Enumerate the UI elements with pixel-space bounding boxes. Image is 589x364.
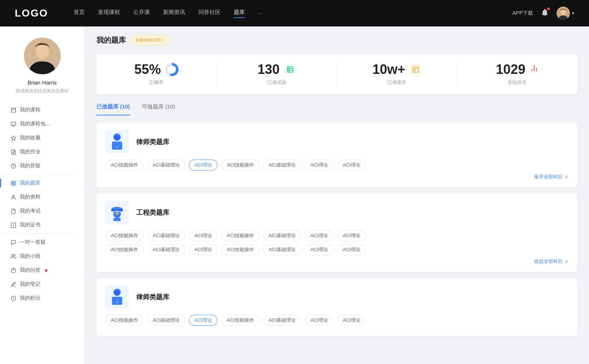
favorites-icon xyxy=(10,135,16,141)
stat-done-questions: 130 已做试题 xyxy=(217,63,337,86)
svg-rect-7 xyxy=(11,122,16,125)
tag-item[interactable]: ACI理论 xyxy=(305,160,334,171)
tag-item-active[interactable]: ACI理论 xyxy=(189,315,218,326)
nav-opencourse[interactable]: 公开课 xyxy=(133,9,150,18)
tag-item[interactable]: ACI理论 xyxy=(305,230,334,241)
bank-icon xyxy=(10,180,16,186)
sidebar-item-bank[interactable]: 我的题库 xyxy=(0,176,84,190)
bank-card-lawyer-2: ✓ 律师类题库 ACI技能操作 ACI基础理论 ACI理论 ACI技能操作 AC… xyxy=(96,278,577,336)
notification-dot xyxy=(547,7,550,10)
qa-label: 我的答疑 xyxy=(20,163,40,169)
sidebar-item-questions[interactable]: 我的问答 xyxy=(0,263,84,277)
nav-discover[interactable]: 发现课程 xyxy=(98,9,120,18)
tag-item[interactable]: ACI技能操作 xyxy=(221,160,260,171)
engineer-icon xyxy=(105,201,129,224)
bank-card-engineer-title-wrap: 工程类题库 xyxy=(136,208,169,217)
sidebar-item-exams[interactable]: 我的考试 xyxy=(0,204,84,218)
tag-item[interactable]: ACI基础理论 xyxy=(147,244,186,255)
tag-item[interactable]: ACI理论 xyxy=(189,230,218,241)
done-questions-icon xyxy=(284,64,296,75)
sidebar-item-packages[interactable]: 我的课程包... xyxy=(0,117,84,131)
lawyer-2-icon: ✓ xyxy=(105,285,129,309)
accuracy-donut-icon xyxy=(165,63,179,76)
groups-icon xyxy=(10,253,16,259)
sidebar-item-notes[interactable]: 我的笔记 xyxy=(0,277,84,291)
tag-item[interactable]: ACI基础理论 xyxy=(263,315,301,326)
sidebar-item-favorites[interactable]: 我的收藏 xyxy=(0,131,84,145)
homework-icon xyxy=(10,149,16,155)
user-avatar-nav[interactable]: ▾ xyxy=(557,7,574,20)
avatar-image xyxy=(557,7,570,20)
stat-rank-top: 1029 xyxy=(496,63,539,76)
stat-accuracy: 55% 正确率 xyxy=(96,63,217,86)
tag-item[interactable]: ACI技能操作 xyxy=(221,230,260,241)
svg-rect-15 xyxy=(11,181,15,185)
tag-item-active[interactable]: ACI理论 xyxy=(189,160,218,171)
tag-item[interactable]: ACI技能操作 xyxy=(105,244,144,255)
tag-item[interactable]: ACI基础理论 xyxy=(147,160,186,171)
points-label: 我的积分 xyxy=(20,295,40,301)
sidebar-item-groups[interactable]: 我的小组 xyxy=(0,249,84,263)
tag-item[interactable]: ACI理论 xyxy=(305,315,334,326)
tag-item[interactable]: ACI理论 xyxy=(337,315,366,326)
svg-text:✓: ✓ xyxy=(116,300,119,304)
tab-available[interactable]: 可做题库 (10) xyxy=(142,103,175,115)
nav-links: 首页 发现课程 公开课 新闻资讯 问答社区 题库 ... xyxy=(74,9,512,18)
bank-card-lawyer-1-title: 律师类题库 xyxy=(136,138,169,146)
navbar-right: APP下载 ▾ xyxy=(512,7,574,20)
page-title: 我的题库 xyxy=(96,35,126,45)
done-questions-label: 已做试题 xyxy=(267,79,286,86)
nav-more[interactable]: ... xyxy=(258,9,263,18)
tag-item[interactable]: ACI理论 xyxy=(337,160,366,171)
app-download-link[interactable]: APP下载 xyxy=(512,10,533,17)
tag-item[interactable]: ACI技能操作 xyxy=(105,315,144,326)
rank-icon xyxy=(530,64,539,75)
exams-icon xyxy=(10,208,16,214)
sidebar-item-qa[interactable]: 我的答疑 xyxy=(0,159,84,173)
tutor-icon xyxy=(10,239,16,245)
tag-item[interactable]: ACI技能操作 xyxy=(221,244,260,255)
lawyer-2-tags: ACI技能操作 ACI基础理论 ACI理论 ACI技能操作 ACI基础理论 AC… xyxy=(105,315,568,326)
tag-item[interactable]: ACI基础理论 xyxy=(147,230,186,241)
courses-icon xyxy=(10,107,16,113)
bank-card-lawyer-2-header: ✓ 律师类题库 xyxy=(105,285,568,309)
sidebar-item-points[interactable]: 我的积分 xyxy=(0,291,84,305)
nav-news[interactable]: 新闻资讯 xyxy=(163,9,185,18)
sidebar-item-tutor[interactable]: 一对一答疑 xyxy=(0,235,84,249)
sidebar-item-profile[interactable]: 我的资料 xyxy=(0,190,84,204)
sidebar-item-courses[interactable]: 我的课程 xyxy=(0,103,84,117)
tag-item[interactable]: ACI基础理论 xyxy=(263,244,301,255)
tag-item[interactable]: ACI基础理论 xyxy=(263,160,301,171)
sidebar-item-certificate[interactable]: 我的证书 xyxy=(0,218,84,232)
rank-value: 1029 xyxy=(496,63,525,76)
engineer-title: 工程类题库 xyxy=(136,208,169,217)
tag-item[interactable]: ACI理论 xyxy=(305,244,334,255)
tag-item[interactable]: ACI基础理论 xyxy=(263,230,301,241)
done-banks-value: 10w+ xyxy=(373,63,405,76)
certificate-icon xyxy=(10,222,16,228)
expand-btn-2[interactable]: 收起全部科目 ∧ xyxy=(105,258,568,265)
notification-bell[interactable] xyxy=(540,8,549,18)
tag-item[interactable]: ACI理论 xyxy=(337,244,366,255)
tag-item[interactable]: ACI技能操作 xyxy=(105,160,144,171)
tag-item[interactable]: ACI理论 xyxy=(189,244,218,255)
expand-btn-1[interactable]: 展开全部科目 ∨ xyxy=(105,174,568,180)
done-questions-value: 130 xyxy=(258,63,280,76)
tag-item[interactable]: ACI技能操作 xyxy=(221,315,260,326)
svg-text:✓: ✓ xyxy=(116,144,119,149)
nav-home[interactable]: 首页 xyxy=(74,9,85,18)
tag-item[interactable]: ACI理论 xyxy=(337,230,366,241)
tag-item[interactable]: ACI技能操作 xyxy=(105,230,144,241)
page-header: 我的题库 体验剩余23天！ xyxy=(96,35,577,45)
tutor-label: 一对一答疑 xyxy=(20,239,46,246)
sidebar-item-homework[interactable]: 我的作业 xyxy=(0,145,84,159)
nav-bank[interactable]: 题库 xyxy=(234,9,245,18)
tag-item[interactable]: ACI基础理论 xyxy=(147,315,186,326)
tab-done[interactable]: 已做题库 (10) xyxy=(96,103,130,115)
bank-card-lawyer-2-title-wrap: 律师类题库 xyxy=(136,293,169,301)
nav-qa[interactable]: 问答社区 xyxy=(198,9,221,18)
divider2 xyxy=(0,233,76,234)
logo: LOGO xyxy=(15,7,52,19)
svg-point-4 xyxy=(36,44,49,59)
done-banks-icon xyxy=(410,64,422,75)
